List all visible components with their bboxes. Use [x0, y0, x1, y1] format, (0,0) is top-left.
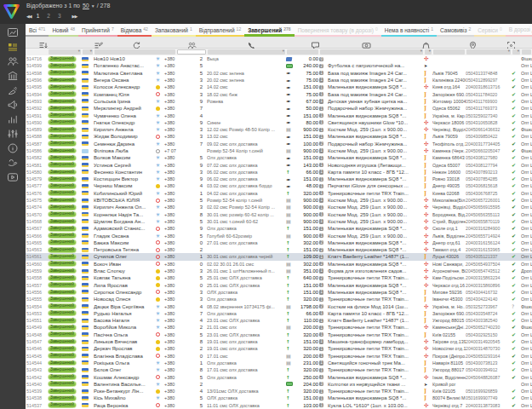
order-row[interactable]: 514570ЗавершенийКорнелюк Надія Та...+380…: [26, 211, 532, 218]
order-row[interactable]: 514555ЗавершенийНовосад Олеся+3803Олх до…: [26, 296, 532, 302]
payment-icon[interactable]: [362, 38, 371, 48]
order-row[interactable]: 514575ЗавершенийКВІТОВСЬКА ЮЛІЯ+3805Розм…: [26, 197, 532, 204]
sort-icon[interactable]: [38, 38, 48, 48]
order-row[interactable]: 514565ЗавершенийБаюка Максим+380027.01 с…: [26, 239, 532, 246]
order-row[interactable]: 514716ЗавершенийНов10 Нов10+3802Выца0.00…: [26, 55, 532, 62]
order-row[interactable]: 514566ЗавершенийГладик Оксана+3805Голуби…: [26, 232, 532, 239]
order-row[interactable]: 514596ЗавершенийВегера Оксана+380320.02 …: [26, 77, 532, 84]
order-row[interactable]: 514540ЗавершенийВалентина Василье...+380…: [26, 381, 532, 388]
status-tab[interactable]: Нема в наявності1: [381, 24, 437, 37]
info-icon[interactable]: [7, 142, 19, 154]
order-row[interactable]: 514543ЗавершенийБєлов Олег+380817.01 смс…: [26, 366, 532, 373]
order-row[interactable]: 514537ЗавершенийРаца Вероніка+380511.01 …: [26, 402, 532, 409]
order-row[interactable]: 514593ЗавершенийСольська Ірина+3809Рожев…: [26, 98, 532, 105]
video-icon[interactable]: [7, 171, 19, 183]
page-number[interactable]: 2: [47, 13, 50, 19]
refresh-icon[interactable]: [132, 38, 141, 48]
order-row[interactable]: 514538ЗавершенийКісь Михайло+3805ОЛХ дос…: [26, 395, 532, 401]
order-row[interactable]: 514589ЗавершенийКирилич Анжела+380312.02…: [26, 126, 532, 133]
clients-icon[interactable]: [7, 55, 19, 67]
status-tab[interactable]: Самовивіз2: [437, 24, 474, 37]
last-page-button[interactable]: ▶▶: [72, 14, 77, 19]
order-row[interactable]: 514546ЗавершенийДеркач Ярослав+380219.01…: [26, 345, 532, 352]
filter-input-ttn[interactable]: [466, 49, 511, 55]
filter-input-client[interactable]: [94, 49, 175, 55]
page-number[interactable]: 1: [37, 13, 40, 19]
order-row[interactable]: 514547ЗавершенийЛиньков Вячеслав+380819.…: [26, 338, 532, 345]
status-tab[interactable]: Новий48: [49, 24, 78, 37]
order-row[interactable]: 514594ЗавершенийКомпанец Юля+380318.02 с…: [26, 90, 532, 97]
comment-icon[interactable]: [311, 38, 320, 48]
order-row[interactable]: 514560ЗавершенийБокоч Иван+380002.02 30.…: [26, 261, 532, 268]
order-row[interactable]: 514592ЗавершенийМерклингер Андрей+380750…: [26, 105, 532, 112]
filter-input-city[interactable]: [433, 49, 465, 55]
care-icon[interactable]: [7, 157, 19, 169]
filter-input-comment[interactable]: [208, 49, 285, 55]
order-row[interactable]: 514561ЗавершенийСучилов Олег+380130.01 с…: [26, 253, 532, 260]
order-row[interactable]: 514586ЗавершенийФіліпова Люба+7 07Розмір…: [26, 147, 532, 154]
order-row[interactable]: 514577ЗавершенийЧерниш Максим+380403.02 …: [26, 182, 532, 189]
orders-icon[interactable]: [7, 41, 19, 53]
status-tab[interactable]: Запакований1: [152, 24, 196, 37]
status-tab[interactable]: Повернення товару (в дорозі)0: [295, 24, 381, 37]
megaphone-icon[interactable]: [7, 99, 19, 111]
order-row[interactable]: 514580ЗавершенийФесенко Константин+38030…: [26, 169, 532, 176]
filter-input-delivery[interactable]: [425, 49, 432, 55]
order-row[interactable]: 514545ЗавершенийБлагінна Владіслава+3800…: [26, 352, 532, 359]
order-row[interactable]: 514582ЗавершенийВолков Максим+3805Олх до…: [26, 154, 532, 161]
order-row[interactable]: 514598ЗавершенийМалютина Светлана+380520…: [26, 70, 532, 77]
status-tab[interactable]: В дорозі додому: [506, 24, 532, 37]
order-row[interactable]: 514548ЗавершенийПасічна Ольга+380523.01 …: [26, 331, 532, 338]
order-row[interactable]: 514595ЗавершенийКолосок Александр+380214…: [26, 84, 532, 90]
filter-input-manager[interactable]: [522, 49, 531, 55]
order-row[interactable]: 514539ЗавершенийРоке-Бетанкурт Лін...+38…: [26, 388, 532, 395]
clients-icon[interactable]: [187, 38, 197, 48]
status-tab[interactable]: Прийнятий7: [78, 24, 117, 37]
products-icon[interactable]: [421, 38, 431, 48]
order-row[interactable]: 514599ЗавершенийПотапенко Анастас...+380…: [26, 62, 532, 69]
filter-input-payment[interactable]: [287, 49, 318, 55]
order-row[interactable]: 514581ЗавершенийУстинов Сергей+380907.02…: [26, 161, 532, 168]
order-row[interactable]: 514579ЗавершенийКостицщин Виктор+380906.…: [26, 176, 532, 182]
order-row[interactable]: 514557ЗавершенийЛила Ярослав+380025.01 с…: [26, 282, 532, 289]
filter-input-flag[interactable]: [83, 49, 93, 55]
order-row[interactable]: 514588ЗавершенийЖидак Володимир+380313.0…: [26, 133, 532, 140]
filter-input-check[interactable]: [512, 49, 520, 55]
order-row[interactable]: 514574ЗавершенийКирилич Анжела Ол...+380…: [26, 204, 532, 210]
actions-icon[interactable]: [506, 38, 516, 48]
order-row[interactable]: 514563ЗавершенийПетровська Тетяна+380215…: [26, 246, 532, 253]
order-row[interactable]: 514544ЗавершенийРокіцька Ольга+3801Олх д…: [26, 360, 532, 366]
page-number[interactable]: 3: [58, 13, 61, 19]
order-row[interactable]: 514567ЗавершенийАдамовский Станис...+380…: [26, 225, 532, 232]
status-tab[interactable]: Всі471: [26, 24, 49, 37]
stats-icon[interactable]: [7, 113, 19, 125]
order-row[interactable]: 514549ЗавершенийВоробйов Микола+380221.0…: [26, 324, 532, 331]
filter-input-product[interactable]: [320, 49, 423, 55]
order-row[interactable]: 514554ЗавершенийДацюк Віра Сергіївна+380…: [26, 302, 532, 309]
order-row[interactable]: 514587ЗавершенийСеменюк Дарина+380709.02…: [26, 141, 532, 147]
filter-input-status[interactable]: [49, 49, 81, 55]
status-tab[interactable]: Завершений278: [244, 24, 294, 37]
bank-icon[interactable]: [7, 70, 19, 82]
order-row[interactable]: 514551ЗавершенийБасова Наталя+380423.01 …: [26, 317, 532, 324]
status-tab[interactable]: Відмова42: [117, 24, 152, 37]
order-row[interactable]: 514590ЗавершенийГнатюк Олексндр+3809Сини…: [26, 119, 532, 126]
order-row[interactable]: 514576ЗавершенийКобилинський Юрий+380104…: [26, 190, 532, 197]
edit-list-icon[interactable]: [94, 38, 103, 48]
flow-icon[interactable]: [7, 128, 19, 140]
order-row[interactable]: 514559ЗавершенийВлас Слотюу+380326.01 см…: [26, 268, 532, 274]
app-logo-icon[interactable]: [3, 3, 20, 20]
location-icon[interactable]: [468, 38, 478, 48]
dashboard-icon[interactable]: [7, 26, 19, 38]
status-tab[interactable]: Відправлений12: [196, 24, 244, 37]
first-page-button[interactable]: ◀◀: [26, 14, 31, 19]
order-row[interactable]: 514542ЗавершенийКошмак Александр+3805Олх…: [26, 373, 532, 380]
phone-icon[interactable]: [247, 38, 256, 48]
filter-input-phone[interactable]: [177, 49, 206, 55]
page-size-dropdown[interactable]: 50: [83, 3, 89, 9]
order-row[interactable]: 514553ЗавершенийРудько Наталья+3807Олх д…: [26, 310, 532, 317]
status-tab[interactable]: Сервіси0: [474, 24, 505, 37]
order-row[interactable]: 514556ЗавершенийСиротюк Олександр+3803ОЛ…: [26, 289, 532, 296]
hand-write-icon[interactable]: [7, 84, 19, 96]
order-row[interactable]: 514568ЗавершенийШумляк Богдана Ан...+380…: [26, 218, 532, 225]
